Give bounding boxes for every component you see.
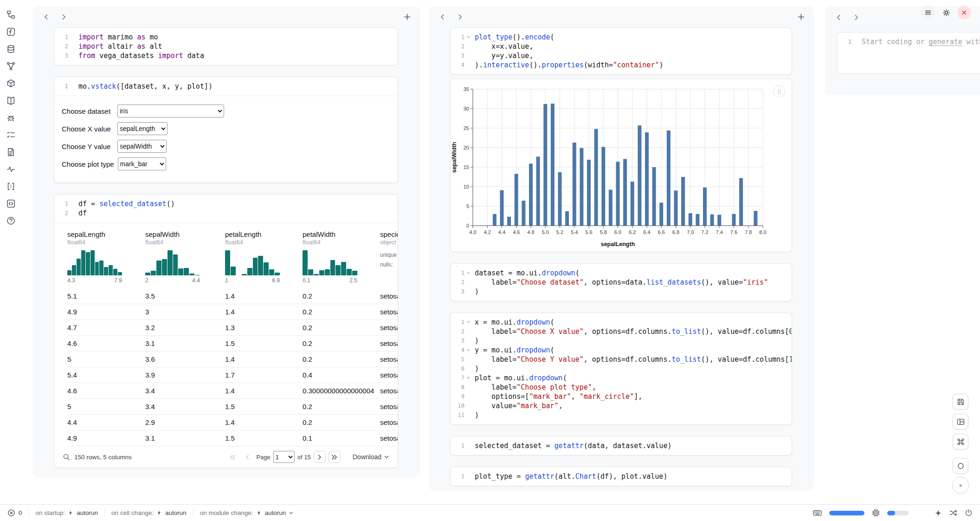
chart-x-axis-title: sepalLength <box>601 241 635 247</box>
svg-text:10: 10 <box>464 184 469 189</box>
table-cell: 1.7 <box>225 367 303 383</box>
on-module-change-setting[interactable]: on module change: autorun <box>200 509 294 516</box>
scratchpad-editor[interactable]: 1 Start coding or generate with AI. <box>837 32 980 74</box>
table-cell: 4.9 <box>67 430 145 446</box>
command-palette-button[interactable] <box>953 434 968 449</box>
panel-variables-icon[interactable] <box>6 61 16 71</box>
code-line: 10 value="mark_bar", <box>451 401 792 410</box>
svg-text:25: 25 <box>464 125 469 131</box>
panel-tracing-icon[interactable] <box>6 164 16 174</box>
column-nav-left-button[interactable] <box>436 11 448 23</box>
keyboard-icon[interactable] <box>813 508 822 517</box>
dropdown-row-y: Choose Y value sepalWidth <box>62 140 398 153</box>
code-cell-plot-type[interactable]: 1plot_type = getattr(alt.Chart(df), plot… <box>450 467 792 486</box>
line-number: 6 <box>451 364 471 373</box>
y-value-select[interactable]: sepalWidth <box>117 140 167 153</box>
page-select[interactable]: 1 <box>273 451 295 463</box>
chart-bar <box>659 202 663 226</box>
chart-bar <box>696 214 699 226</box>
table-row[interactable]: 5.13.51.40.2setosa <box>67 288 398 304</box>
panel-snippets-icon[interactable] <box>6 198 16 208</box>
search-icon[interactable] <box>63 453 70 461</box>
chart-bar <box>500 190 504 226</box>
column-nav-right-button[interactable] <box>58 11 70 23</box>
panel-files-icon[interactable] <box>6 9 16 20</box>
prev-page-button[interactable] <box>241 451 253 463</box>
chart-bar <box>543 104 547 226</box>
divider <box>193 509 193 517</box>
code-cell-xy-plot-dropdowns[interactable]: 1x = mo.ui.dropdown(2 label="Choose X va… <box>450 313 792 425</box>
column-header[interactable]: sepalLengthfloat64 <box>67 227 145 249</box>
shuffle-icon[interactable] <box>949 509 957 517</box>
panel-chat-icon[interactable] <box>6 215 16 226</box>
chart-bar <box>638 125 641 226</box>
table-cell: 0.1 <box>303 430 380 446</box>
plot-type-select[interactable]: mark_bar <box>118 157 166 170</box>
table-row[interactable]: 4.63.41.40.30000000000000004setosa <box>67 383 398 399</box>
settings-button[interactable] <box>939 6 953 20</box>
panel-marimo-icon[interactable] <box>6 26 16 37</box>
panel-documentation-icon[interactable] <box>6 95 16 105</box>
next-page-button[interactable] <box>314 451 326 463</box>
dataset-select[interactable]: iris <box>117 104 224 117</box>
chart-menu-button[interactable] <box>773 85 785 98</box>
table-row[interactable]: 4.42.91.40.2setosa <box>67 415 398 430</box>
panel-bug-icon[interactable] <box>6 112 16 123</box>
table-row[interactable]: 4.73.21.30.2setosa <box>67 320 398 336</box>
scratchpad-nav-right-button[interactable] <box>850 11 862 23</box>
chart-bar <box>507 217 511 226</box>
column-header[interactable]: petalLengthfloat64 <box>225 227 303 249</box>
table-cell: 1.4 <box>225 383 303 398</box>
stop-button[interactable] <box>953 458 968 474</box>
code-cell-imports[interactable]: 1import marimo as mo2import altair as al… <box>54 27 398 65</box>
line-number: 3 <box>451 287 471 296</box>
bar-chart[interactable]: 4.04.24.44.64.85.05.25.45.65.86.06.26.46… <box>451 83 792 250</box>
chart-bar <box>710 215 714 226</box>
panel-document-icon[interactable] <box>6 147 16 157</box>
run-all-button[interactable] <box>952 477 969 494</box>
close-icon <box>961 9 967 16</box>
panel-packages-icon[interactable] <box>6 78 16 88</box>
column-nav-left-button[interactable] <box>40 11 52 23</box>
code-cell-plot[interactable]: 1plot_type().encode(2 x=x.value,3 y=y.va… <box>450 27 792 75</box>
last-page-button[interactable] <box>329 451 341 463</box>
panel-logs-icon[interactable] <box>6 130 16 140</box>
table-cell: 1.5 <box>225 336 303 351</box>
shutdown-icon[interactable] <box>965 509 973 517</box>
table-row[interactable]: 53.41.50.2setosa <box>67 399 398 415</box>
scratchpad-nav-left-button[interactable] <box>832 11 845 23</box>
add-cell-button[interactable] <box>401 11 413 23</box>
on-startup-setting[interactable]: on startup: autorun <box>36 509 98 516</box>
code-cell-dataframe[interactable]: 1df = selected_dataset()2df sepalLengthf… <box>54 194 398 468</box>
table-row[interactable]: 4.63.11.50.2setosa <box>67 336 398 352</box>
svg-text:20: 20 <box>464 145 469 150</box>
code-cell-selected-dataset[interactable]: 1selected_dataset = getattr(data, datase… <box>450 436 792 456</box>
x-value-select[interactable]: sepalLength <box>117 122 168 135</box>
column-header[interactable]: sepalWidthfloat64 <box>145 227 225 249</box>
errors-indicator[interactable]: 0 <box>7 509 22 517</box>
table-row[interactable]: 4.93.11.50.1setosa <box>67 430 398 446</box>
layout-button[interactable] <box>953 414 968 430</box>
table-row[interactable]: 4.931.40.2setosa <box>67 304 398 320</box>
column-header[interactable]: petalWidthfloat64 <box>303 227 380 249</box>
add-cell-button[interactable] <box>795 11 807 23</box>
menu-button[interactable] <box>921 6 935 20</box>
column-header[interactable]: speciesobject <box>380 227 398 249</box>
panel-secrets-icon[interactable] <box>6 181 16 191</box>
ai-sparkle-icon[interactable] <box>935 509 942 517</box>
table-row[interactable]: 5.43.91.70.4setosa <box>67 367 398 383</box>
first-page-button[interactable] <box>226 451 239 463</box>
on-cell-change-setting[interactable]: on cell change: autorun <box>111 509 187 516</box>
svg-text:5.6: 5.6 <box>585 229 592 235</box>
code-cell-dataset-dropdown[interactable]: 1dataset = mo.ui.dropdown(2 label="Choos… <box>450 263 792 301</box>
svg-text:7.8: 7.8 <box>745 229 752 235</box>
panel-datasources-icon[interactable] <box>6 44 16 54</box>
download-button[interactable]: Download <box>353 453 389 461</box>
save-button[interactable] <box>953 394 968 410</box>
table-row[interactable]: 53.61.40.2setosa <box>67 352 398 367</box>
column-nav-right-button[interactable] <box>454 11 466 23</box>
code-cell-vstack[interactable]: 1mo.vstack([dataset, x, y, plot]) Choose… <box>54 77 398 183</box>
close-panel-button[interactable] <box>957 6 971 20</box>
table-cell: 5 <box>67 352 145 367</box>
generate-link[interactable]: generate <box>929 38 962 46</box>
